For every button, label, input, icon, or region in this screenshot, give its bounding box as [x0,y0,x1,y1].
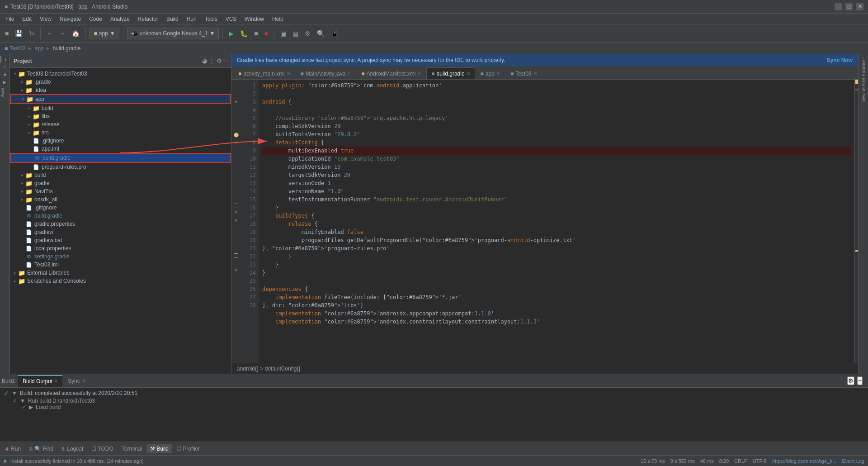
avd-button[interactable]: ▣ [278,29,288,38]
tree-item-build-gradle-root[interactable]: ⚙build.gradle [10,212,231,220]
tab-test03[interactable]: ■ Test03 ✕ [505,67,542,79]
tab-activity-main[interactable]: ■ activity_main.xml ✕ [233,67,295,79]
settings-button[interactable]: ⚙ [302,29,313,38]
module-selector[interactable]: ■ app ▼ [90,28,119,39]
status-charset[interactable]: UTF-8 [753,458,767,464]
tab-app[interactable]: ■ app ✕ [476,67,505,79]
gutter-8[interactable]: ▼ [232,138,240,147]
tree-item-idea-folder[interactable]: ▸📁.idea [10,86,231,94]
panel-close-btn[interactable]: − [224,57,227,64]
menu-view[interactable]: View [36,15,55,23]
close-button[interactable]: ✕ [856,3,863,10]
tab-close-icon[interactable]: ✕ [417,71,421,76]
menu-refactor[interactable]: Refactor [134,15,162,23]
tab-close-icon[interactable]: ✕ [496,71,500,76]
gutter-23[interactable]: - [234,253,238,258]
tab-close-icon[interactable]: ✕ [347,71,351,76]
menu-edit[interactable]: Edit [19,15,35,23]
panel-locate-btn[interactable]: ◕ [202,57,207,64]
project-button[interactable]: ■ [3,29,11,38]
status-position[interactable]: 8:20 [719,458,729,464]
panel-collapse-btn[interactable]: ⋮ [209,57,215,64]
toolbar-terminal-btn[interactable]: Terminal [118,444,146,453]
panel-settings-btn[interactable]: ⚙ [217,57,222,64]
tree-item-navitts[interactable]: ▸📁NaviTts [10,187,231,195]
tree-item-gradlew-bat[interactable]: 📄gradlew.bat [10,236,231,244]
toolbar-run-btn[interactable]: 4: Run [2,444,24,453]
stop-button[interactable]: ■ [262,29,270,38]
toolbar-logcat-btn[interactable]: 6: Logcat [58,444,87,453]
maximize-button[interactable]: □ [845,3,853,10]
menu-code[interactable]: Code [85,15,106,23]
breadcrumb-test03[interactable]: Test03 [9,45,25,52]
tree-item-build-gradle-app[interactable]: ⚙build.gradle [10,153,231,163]
minimize-button[interactable]: − [835,3,842,10]
menu-analyze[interactable]: Analyze [107,15,133,23]
tree-item-gitignore-app[interactable]: 📄.gitignore [10,137,231,145]
tree-item-gradlew[interactable]: 📄gradlew [10,228,231,236]
search-button[interactable]: 🔍 [315,29,327,38]
device-selector[interactable]: 📲 unknown Google Nexus 4_1 ▼ [127,28,219,39]
status-event-log[interactable]: Event Log [842,458,864,464]
tab-close-icon[interactable]: ✕ [467,71,470,76]
gutter-3[interactable]: ▼ [232,98,240,106]
gutter-18[interactable]: ▼ [232,216,240,224]
activity-build-variants[interactable]: Build [0,87,9,98]
right-scrollbar[interactable] [854,80,858,363]
breadcrumb-app[interactable]: app [35,45,44,52]
bottom-close-btn[interactable]: − [857,376,863,385]
tree-item-build-root[interactable]: ▸📁build [10,171,231,179]
window-controls[interactable]: − □ ✕ [835,3,863,10]
nav-button[interactable]: 🏠 [70,29,82,38]
coverage-button[interactable]: ■ [252,29,260,38]
menu-window[interactable]: Window [241,15,268,23]
forward-button[interactable]: → [57,29,68,38]
tree-item-test03-root[interactable]: ▾📁Test03 D:\android\Test03 [10,70,231,78]
activity-favorites[interactable]: ★ [0,71,9,78]
bottom-settings-btn[interactable]: ⚙ [847,376,854,385]
debug-button[interactable]: 🐛 [238,29,250,38]
tree-item-gradle-properties[interactable]: 📄gradle.properties [10,220,231,228]
gutter-25[interactable]: ▼ [232,266,240,274]
tree-item-build-folder-app[interactable]: ▸📁build [10,104,231,112]
tree-item-test03-iml[interactable]: 📄Test03.iml [10,261,231,269]
right-tab-device[interactable]: Device File Explorer [860,55,867,105]
bottom-tab-sync[interactable]: Sync ✕ [63,375,90,387]
device-file-button[interactable]: 📱 [329,29,341,38]
toolbar-todo-btn[interactable]: ☐ TODO [88,444,117,453]
tree-item-local-properties[interactable]: 📄local.properties [10,244,231,252]
breadcrumb-file[interactable]: build.gradle [52,45,80,52]
toolbar-build-btn[interactable]: ⚒ Build [146,444,172,453]
menu-help[interactable]: Help [269,15,287,23]
tree-item-scratches[interactable]: ▸📁Scratches and Consoles [10,277,231,285]
tree-item-external-libs[interactable]: ▸📁External Libraries [10,269,231,277]
run-button[interactable]: ▶ [226,29,236,38]
bottom-tab-build[interactable]: Build Output ✕ [18,375,62,387]
tree-item-app-iml[interactable]: 📄app.iml [10,145,231,153]
status-crlf[interactable]: CRLF [734,458,747,464]
menu-build[interactable]: Build [163,15,182,23]
tree-item-gradle-folder[interactable]: ▸📁.gradle [10,78,231,86]
tree-item-settings-gradle[interactable]: ⚙settings.gradle [10,252,231,261]
code-content[interactable]: apply plugin: "color:#6a8759">'com.andro… [259,80,854,363]
menu-vcs[interactable]: VCS [222,15,241,23]
tab-close-icon[interactable]: ✕ [287,71,290,76]
build-tab-close[interactable]: ✕ [54,379,58,384]
tree-item-gitignore-root[interactable]: 📄.gitignore [10,204,231,212]
sdk-button[interactable]: ▤ [290,29,301,38]
tree-item-gradle-root[interactable]: ▸📁gradle [10,179,231,187]
sync-tab-close[interactable]: ✕ [82,378,85,383]
save-button[interactable]: 💾 [13,29,25,38]
tab-main-activity[interactable]: ■ MainActivity.java ✕ [296,67,356,79]
tree-item-release-folder[interactable]: ▸📁release [10,120,231,128]
tab-android-manifest[interactable]: ■ AndroidManifest.xml ✕ [356,67,426,79]
sync-now-button[interactable]: Sync Now [827,57,853,63]
tree-item-proguard[interactable]: 📄proguard-rules.pro [10,163,231,171]
activity-captures[interactable]: ▶ [0,79,9,86]
gutter-16[interactable]: - [234,204,238,208]
activity-structure[interactable]: 2 [0,64,9,70]
toolbar-profiler-btn[interactable]: ⎔ Profiler [173,444,203,453]
tree-item-onsdk[interactable]: ▸📁onsdk_all [10,195,231,204]
tab-close-icon[interactable]: ✕ [533,71,537,76]
tree-item-app-folder[interactable]: ▾📁app [10,94,231,104]
